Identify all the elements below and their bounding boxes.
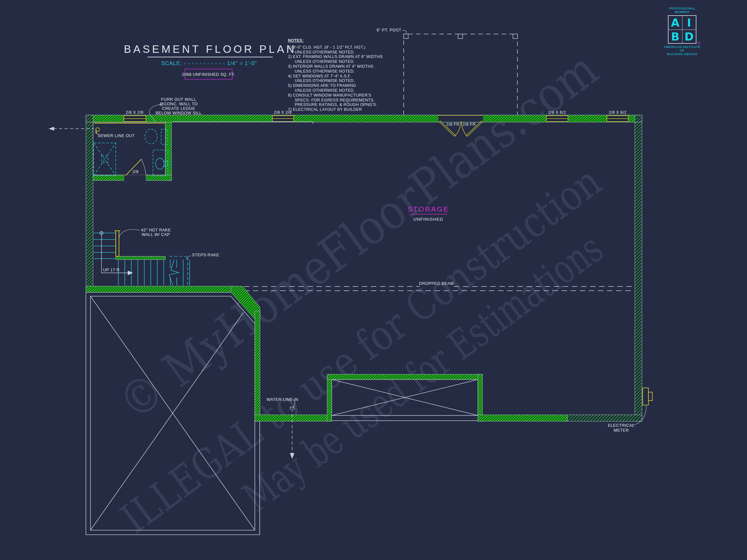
logo-letter-d: D — [682, 30, 696, 44]
title-block: BASEMENT FLOOR PLAN SCALE: - - - - - - -… — [124, 43, 297, 79]
page-title: BASEMENT FLOOR PLAN — [124, 43, 297, 55]
note-line: 7) ELECTRICAL LAYOUT BY BUILDER — [288, 107, 385, 112]
bathroom-interior-outline — [93, 122, 165, 175]
note-line: UNLESS OTHERWISE NOTED. — [288, 59, 385, 64]
note-line: UNLESS OTHERWISE NOTED. — [288, 88, 385, 93]
mid-vertical-wall — [255, 311, 260, 421]
steps-rake-label: STEPS RAKE — [192, 253, 219, 257]
stair-bottom-wall — [86, 286, 233, 292]
post-label: 6" PT. POST — [377, 28, 402, 32]
note-line: UNLESS OTHERWISE NOTED. — [288, 78, 385, 83]
window-label-4: 2/8 X 6/2 — [609, 110, 627, 115]
rake-label-2: WALL W/ CAP — [142, 232, 170, 237]
logo-letter-i: I — [682, 16, 696, 29]
rake-leader — [119, 230, 140, 239]
post-square — [513, 34, 517, 38]
corner-top-left — [86, 115, 93, 122]
logo-org-line2: OF — [660, 49, 705, 52]
bath-door-label: 2/8 — [132, 169, 138, 174]
sqft-label: 2068 UNFINISHED SQ. FT. — [182, 72, 235, 77]
electrical-label-2: METER — [614, 428, 629, 433]
furr-label-2: @CONC. WALL TO — [159, 102, 198, 106]
note-line: 5) DIMENSIONS ARE TO FRAMING — [288, 83, 385, 88]
post-square — [458, 34, 463, 38]
room-name: STORAGE — [408, 205, 449, 213]
note-line: PRESSURE RATINGS, & ROUGH OPNG'S. — [288, 102, 385, 107]
bottom-wall-left — [255, 415, 332, 421]
note-line: 6) CONSULT WINDOW MANUFACTURER'S — [288, 93, 385, 98]
note-line: SPECS. FOR EGRESS REQUIREMENTS, — [288, 98, 385, 103]
left-wall — [86, 122, 93, 291]
stair-half-wall — [116, 256, 165, 260]
steps-rake-leader — [186, 256, 191, 260]
bumpout-left-leg — [327, 374, 332, 421]
note-line: 4) SET WINDOWS AT 7'-4" A.S.F. — [288, 74, 385, 79]
note-line: 3) INTERIOR WALLS DRAWN AT 4" WIDTHS — [288, 64, 385, 69]
dropped-beam-label: DROPPED BEAM — [419, 281, 454, 286]
fr-door-label-right: 2/8 FR — [463, 122, 476, 127]
post-leader — [402, 30, 407, 34]
bath-right-wall — [165, 122, 172, 181]
logo-letter-a: A — [669, 16, 682, 29]
note-line: 1) 9'-0" CLG. HGT. (9' - 1 1/2" PLT. HGT… — [288, 45, 385, 50]
bumpout-right-leg — [478, 374, 483, 421]
aibd-logo: PROFESSIONAL MEMBER A I B D ® AMERICAN I… — [660, 6, 705, 56]
note-line: 2) EXT. FRAMING WALLS DRAWN AT 6" WIDTHS — [288, 54, 385, 59]
sewer-label: SEWER LINE OUT — [98, 134, 135, 138]
logo-org-line3: BUILDING DESIGN — [660, 52, 705, 56]
window-2/8x6/2-a — [546, 116, 568, 122]
rake-label-1: 42" HGT RAKE — [141, 228, 171, 232]
note-line: UNLESS OTHERWISE NOTED. — [288, 69, 385, 74]
logo-member-line2: MEMBER — [660, 10, 705, 14]
furr-label-4: BELOW WINDOW SILL — [156, 111, 202, 115]
window-label-3: 2/8 X 6/2 — [548, 110, 566, 115]
water-label: WATER LINE IN — [266, 397, 298, 402]
aibd-logo-box: A I B D ® — [668, 15, 696, 44]
window-2/8x2/8-a — [124, 116, 146, 122]
up-label: UP 17 R — [103, 268, 120, 272]
scale-label: SCALE: - - - - - - - - - - - 1/4" = 1'-0… — [161, 60, 257, 66]
note-line: UNLESS OTHERWISE NOTED. — [288, 50, 385, 55]
logo-member-line1: PROFESSIONAL — [660, 6, 705, 10]
room-status: UNFINISHED — [413, 217, 443, 222]
toilet — [145, 129, 168, 144]
bottom-wall-right-b — [567, 415, 642, 421]
post-square — [404, 34, 408, 38]
electrical-meter-symbol — [643, 388, 652, 405]
bumpout-top-wall — [327, 374, 483, 379]
registered-mark-icon: ® — [697, 41, 700, 46]
sewer-symbol — [96, 128, 100, 134]
notes-heading: NOTES: — [288, 38, 385, 43]
right-wall — [635, 122, 642, 421]
window-2/8x6/2-b — [607, 116, 628, 122]
corner-top-right — [635, 115, 642, 122]
logo-letter-b: B — [669, 30, 682, 44]
fr-door-label-left: 2/8 FR — [446, 122, 460, 127]
furr-label-1: FURR OUT WALL — [161, 97, 197, 102]
electrical-label-1: ELECTRICAL — [608, 423, 635, 428]
window-label-1: 2/8 X 2/8 — [126, 110, 144, 115]
furr-label-3: CREATE LEDGE — [162, 106, 195, 111]
shower — [94, 143, 116, 176]
bottom-wall-right-a — [478, 415, 567, 421]
basement-floor-plan-screenshot: { "title": { "main": "BASEMENT FLOOR PLA… — [0, 0, 747, 560]
notes-block: NOTES: 1) 9'-0" CLG. HGT. (9' - 1 1/2" P… — [288, 38, 385, 112]
window-2/8x2/8-b — [272, 116, 294, 122]
